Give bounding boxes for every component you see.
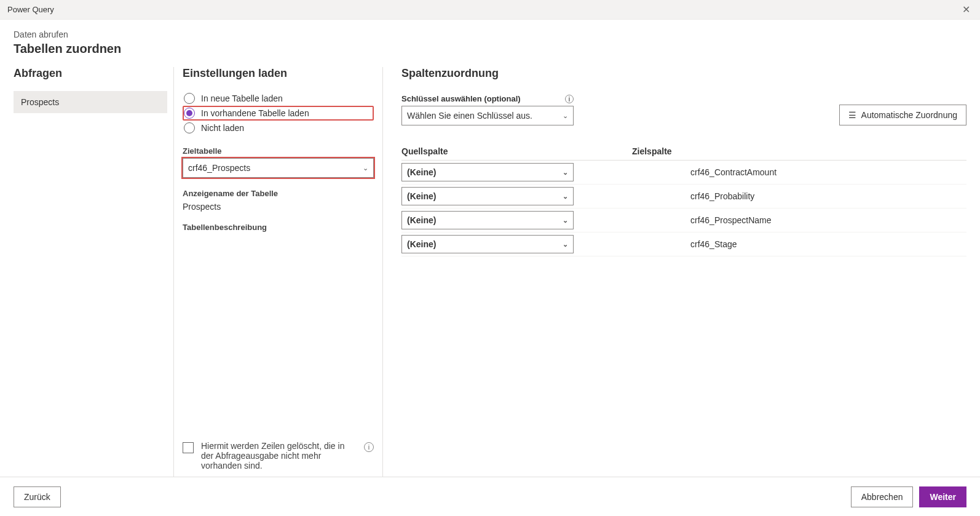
col-source-header: Quellspalte: [401, 146, 632, 156]
chevron-down-icon: ⌄: [563, 169, 568, 177]
titlebar: Power Query ✕: [0, 0, 980, 20]
close-icon[interactable]: ✕: [960, 4, 973, 15]
cancel-button[interactable]: Abbrechen: [851, 486, 914, 507]
delete-rows-label: Hiermit werden Zeilen gelöscht, die in d…: [201, 441, 349, 470]
dropdown-value: crf46_Prospects: [188, 163, 250, 173]
table-row: (Keine) ⌄ crf46_ProspectName: [401, 208, 966, 232]
radio-label: In vorhandene Tabelle laden: [201, 108, 309, 118]
radio-label: In neue Tabelle laden: [201, 93, 283, 103]
dest-column: crf46_ContractAmount: [632, 167, 966, 177]
target-table-dropdown[interactable]: crf46_Prospects ⌄: [183, 158, 374, 178]
table-row: (Keine) ⌄ crf46_Stage: [401, 232, 966, 256]
query-list: Prospects: [14, 91, 167, 113]
mapping-table: Quellspalte Zielspalte (Keine) ⌄ crf46_C…: [401, 146, 966, 256]
dropdown-value: (Keine): [407, 191, 436, 201]
mapping-panel: Spaltenzuordnung Schlüssel auswählen (op…: [382, 67, 966, 477]
dropdown-value: (Keine): [407, 215, 436, 225]
radio-icon: [184, 108, 195, 119]
delete-rows-checkbox[interactable]: [183, 442, 194, 453]
chevron-down-icon: ⌄: [563, 112, 568, 120]
source-dropdown[interactable]: (Keine) ⌄: [401, 187, 574, 205]
app-title: Power Query: [7, 5, 54, 14]
radio-icon: [184, 122, 195, 133]
key-dropdown[interactable]: Wählen Sie einen Schlüssel aus. ⌄: [401, 106, 574, 125]
settings-heading: Einstellungen laden: [183, 67, 374, 80]
footer: Zurück Abbrechen Weiter: [0, 477, 980, 516]
radio-load-existing[interactable]: In vorhandene Tabelle laden: [183, 106, 374, 121]
table-description-label: Tabellenbeschreibung: [183, 223, 374, 232]
mapping-top: Schlüssel auswählen (optional) i Wählen …: [401, 91, 966, 125]
back-button[interactable]: Zurück: [14, 486, 61, 507]
chevron-down-icon: ⌄: [563, 216, 568, 224]
target-table-label: Zieltabelle: [183, 146, 374, 156]
queries-heading: Abfragen: [14, 67, 167, 80]
display-name-label: Anzeigename der Tabelle: [183, 189, 374, 198]
radio-load-none[interactable]: Nicht laden: [183, 121, 374, 135]
key-label: Schlüssel auswählen (optional) i: [401, 93, 574, 103]
auto-map-button[interactable]: ☰ Automatische Zuordnung: [839, 105, 966, 125]
radio-label: Nicht laden: [201, 123, 244, 133]
body: Abfragen Prospects Einstellungen laden I…: [0, 61, 980, 477]
radio-icon: [184, 93, 195, 104]
query-item-prospects[interactable]: Prospects: [14, 91, 167, 113]
dest-column: crf46_ProspectName: [632, 215, 966, 225]
dest-column: crf46_Stage: [632, 239, 966, 249]
settings-panel: Einstellungen laden In neue Tabelle lade…: [173, 67, 382, 477]
window: Power Query ✕ Daten abrufen Tabellen zuo…: [0, 0, 980, 516]
next-button[interactable]: Weiter: [919, 486, 966, 507]
radio-load-new[interactable]: In neue Tabelle laden: [183, 91, 374, 106]
chevron-down-icon: ⌄: [563, 240, 568, 248]
col-dest-header: Zielspalte: [632, 146, 966, 156]
info-icon[interactable]: i: [364, 442, 374, 452]
breadcrumb: Daten abrufen: [14, 30, 966, 39]
mapping-heading: Spaltenzuordnung: [401, 67, 966, 80]
list-icon: ☰: [848, 110, 856, 120]
info-icon[interactable]: i: [565, 95, 574, 103]
dest-column: crf46_Probability: [632, 191, 966, 201]
chevron-down-icon: ⌄: [563, 193, 568, 200]
table-row: (Keine) ⌄ crf46_ContractAmount: [401, 161, 966, 185]
mapping-table-header: Quellspalte Zielspalte: [401, 146, 966, 161]
dropdown-placeholder: Wählen Sie einen Schlüssel aus.: [407, 111, 532, 121]
key-label-text: Schlüssel auswählen (optional): [401, 94, 521, 103]
key-block: Schlüssel auswählen (optional) i Wählen …: [401, 93, 574, 125]
table-row: (Keine) ⌄ crf46_Probability: [401, 185, 966, 208]
display-name-value: Prospects: [183, 202, 374, 212]
page-header: Daten abrufen Tabellen zuordnen: [0, 20, 980, 61]
source-dropdown[interactable]: (Keine) ⌄: [401, 163, 574, 181]
dropdown-value: (Keine): [407, 167, 436, 177]
source-dropdown[interactable]: (Keine) ⌄: [401, 211, 574, 229]
source-dropdown[interactable]: (Keine) ⌄: [401, 235, 574, 253]
dropdown-value: (Keine): [407, 239, 436, 249]
delete-rows-option: Hiermit werden Zeilen gelöscht, die in d…: [183, 437, 374, 477]
chevron-down-icon: ⌄: [363, 164, 368, 172]
queries-panel: Abfragen Prospects: [14, 67, 173, 477]
page-title: Tabellen zuordnen: [14, 42, 966, 56]
auto-map-label: Automatische Zuordnung: [861, 110, 957, 120]
